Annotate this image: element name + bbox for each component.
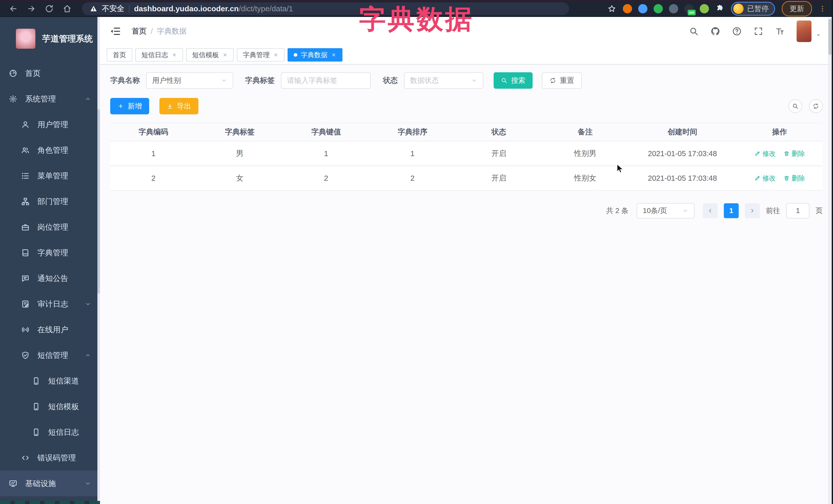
table-row: 2女22开启性别女2021-01-05 17:03:48修改删除 [110,166,823,191]
sidebar-item[interactable]: 短信模板 [0,394,100,419]
dict-name-select[interactable]: 用户性别 [146,72,233,89]
sidebar-item[interactable]: 用户管理 [0,112,100,137]
font-size-icon[interactable] [775,26,785,36]
browser-profile-chip[interactable]: 已暂停 [731,2,775,16]
dict-label-input[interactable] [281,72,371,89]
add-button[interactable]: 新增 [110,98,149,114]
phone-icon [32,428,41,437]
sidebar-item[interactable]: 系统管理 [0,86,100,112]
sidebar-item-label: 岗位管理 [38,222,68,233]
sidebar-item[interactable]: 短信日志 [0,419,100,445]
breadcrumb-home[interactable]: 首页 [132,26,147,37]
next-page-button[interactable] [745,203,760,218]
search-icon[interactable] [689,26,699,36]
tab-item[interactable]: 字典管理 [237,48,285,62]
close-icon[interactable] [222,52,228,57]
sidebar-scrollbar-thumb[interactable] [97,109,100,294]
ext-location-icon[interactable] [638,4,647,13]
goto-page-input[interactable] [786,203,809,218]
app-title: 芋道管理系统 [42,33,93,45]
close-icon[interactable] [273,52,278,57]
ext-check-green-icon[interactable] [653,4,663,13]
sidebar-item[interactable]: 通知公告 [0,266,100,291]
github-icon[interactable] [711,26,720,36]
pagination-total: 共 2 条 [606,206,628,216]
ext-green-icon[interactable] [700,4,709,13]
avatar-caret-icon[interactable] [815,32,822,39]
add-button-label: 新增 [128,101,142,111]
sidebar-item[interactable]: 错误码管理 [0,445,100,471]
sidebar-item[interactable]: 在线用户 [0,317,100,342]
fullscreen-icon[interactable] [754,26,763,36]
chevron-down-icon [682,208,688,214]
page-size-select[interactable]: 10条/页 [637,203,695,218]
home-icon[interactable] [63,4,72,13]
trash-icon [784,150,790,157]
delete-link[interactable]: 删除 [784,149,805,158]
sidebar-item[interactable]: 短信管理 [0,342,100,368]
table-cell-created: 2021-01-05 17:03:48 [628,149,736,158]
ext-dark-on-icon[interactable]: on [684,4,694,13]
ext-orange-icon[interactable] [623,4,632,13]
current-page[interactable]: 1 [724,203,739,218]
tab-item[interactable]: 首页 [106,48,132,62]
profile-status: 已暂停 [747,4,769,14]
reset-button[interactable]: 重置 [542,72,582,89]
window-scrollbar[interactable] [828,18,832,504]
user-avatar[interactable] [796,21,811,42]
tab-label: 短信模板 [192,50,219,59]
sidebar-toggle-icon[interactable] [110,26,121,37]
status-select[interactable]: 数据状态 [404,72,483,89]
tab-item[interactable]: 短信模板 [186,48,234,62]
breadcrumb-current: 字典数据 [157,26,187,37]
sidebar-item[interactable]: 部门管理 [0,189,100,214]
edit-link[interactable]: 修改 [754,174,776,183]
sidebar-item[interactable]: 岗位管理 [0,214,100,240]
sidebar-item-label: 首页 [25,68,41,79]
logo-row[interactable]: 芋道管理系统 [0,17,100,61]
active-tab-dot [294,53,297,57]
url-path: /dict/type/data/1 [239,4,293,13]
table-header-cell: 操作 [736,127,823,137]
sidebar-scrollbar[interactable] [97,17,100,504]
sidebar-item[interactable]: 首页 [0,61,100,86]
sidebar-item[interactable]: 审计日志 [0,291,100,317]
ext-stats-icon[interactable] [669,4,678,13]
page-size-value: 10条/页 [643,206,667,216]
table-cell-created: 2021-01-05 17:03:48 [628,174,736,183]
sidebar-item[interactable]: 菜单管理 [0,163,100,189]
export-button[interactable]: 导出 [160,98,198,114]
help-icon[interactable] [732,26,742,36]
close-icon[interactable] [172,52,177,57]
sidebar-item[interactable]: 角色管理 [0,137,100,163]
bookmark-star-icon[interactable] [608,4,616,13]
dict-label-label: 字典标签 [245,75,275,86]
refresh-table-button[interactable] [809,99,823,113]
forward-icon[interactable] [27,4,36,13]
table-header-cell: 字典键值 [283,127,369,137]
tab-active[interactable]: 字典数据 [288,48,342,62]
extensions-puzzle-icon[interactable] [715,4,724,13]
prev-page-button[interactable] [703,203,718,218]
toggle-search-button[interactable] [788,99,802,113]
tab-item[interactable]: 短信日志 [135,48,183,62]
edit-link[interactable]: 修改 [754,149,776,158]
sidebar-item[interactable]: 基础设施 [0,471,100,496]
window-scrollbar-thumb[interactable] [828,19,831,55]
sidebar-item-label: 错误码管理 [38,453,76,463]
close-icon[interactable] [331,52,336,57]
browser-update-button[interactable]: 更新 [782,1,812,17]
sidebar-item[interactable]: 短信渠道 [0,368,100,394]
sidebar-item-label: 字典管理 [38,248,68,258]
browser-menu-icon[interactable] [819,4,826,13]
search-button[interactable]: 搜索 [494,72,532,89]
back-icon[interactable] [9,4,18,13]
sidebar: 芋道管理系统 首页系统管理用户管理角色管理菜单管理部门管理岗位管理字典管理通知公… [0,17,100,504]
delete-link[interactable]: 删除 [784,174,805,183]
edit-icon [754,175,760,181]
app-logo [16,29,35,49]
address-bar[interactable]: 不安全 dashboard.yudao.iocoder.cn/dict/type… [82,2,569,15]
sidebar-item[interactable]: 字典管理 [0,240,100,266]
tab-label: 短信日志 [142,50,168,59]
reload-icon[interactable] [45,4,54,13]
